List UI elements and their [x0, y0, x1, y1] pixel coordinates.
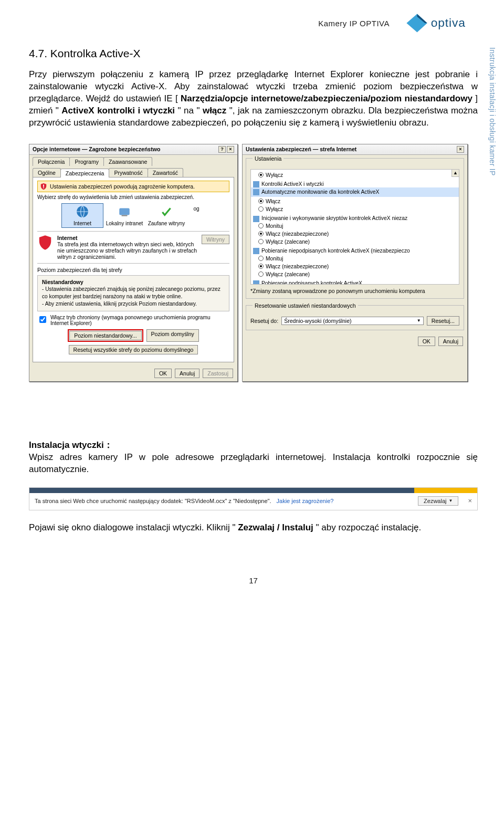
zone-label: Zaufane witryny — [147, 221, 186, 226]
txt-b2: ActiveX kontrolki i wtyczki — [61, 106, 175, 116]
checkbox-label: Włącz tryb chroniony (wymaga ponownego u… — [50, 315, 229, 326]
txt: " aby rozpocząć instalację. — [316, 522, 422, 532]
internet-options-dialog: Opcje internetowe — Zagrożone bezpieczeń… — [29, 144, 238, 382]
reset-fieldset: Resetowanie ustawień niestandardowych Re… — [246, 305, 464, 330]
highlight-red-box: Poziom niestandardowy... — [68, 329, 143, 342]
install-heading: Instalacja wtyczki： — [29, 440, 113, 450]
activex-options-list[interactable]: ▲ Wyłącz Kontrolki ActiveX i wtyczki Aut… — [250, 169, 459, 285]
txt: " na " — [178, 106, 200, 116]
txt-b: Zezwalaj / Instaluj — [238, 522, 313, 532]
reset-all-zones-button[interactable]: Resetuj wszystkie strefy do poziomu domy… — [69, 345, 198, 354]
dialog-title: Ustawienia zabezpieczeń — strefa Interne… — [246, 146, 356, 152]
svg-rect-4 — [43, 187, 44, 188]
txt: Pojawi się okno dialogowe instalacji wty… — [29, 522, 235, 532]
svg-text:optiva: optiva — [431, 16, 466, 29]
zone-heading: Internet — [57, 235, 78, 241]
tab-connections[interactable]: Połączenia — [33, 157, 70, 166]
zone-label: og — [189, 206, 204, 212]
scroll-up-icon[interactable]: ▲ — [452, 170, 459, 177]
brand-logo: optiva — [404, 11, 478, 36]
help-icon[interactable]: ? — [218, 146, 226, 153]
tabs-row-1: Połączenia Programy Zaawansowane — [29, 155, 237, 166]
allow-button[interactable]: Zezwalaj ▼ — [418, 496, 458, 506]
chevron-down-icon: ▼ — [417, 318, 421, 323]
optiva-logo-icon: optiva — [404, 11, 478, 36]
protected-mode-checkbox[interactable]: Włącz tryb chroniony (wymaga ponownego u… — [37, 315, 229, 326]
txt-b1: Narzędzia/opcje internetowe/zabezpieczen… — [181, 93, 472, 103]
reset-legend: Resetowanie ustawień niestandardowych — [253, 302, 358, 309]
zone-trusted[interactable]: Zaufane witryny — [145, 203, 187, 228]
close-icon[interactable]: × — [468, 497, 472, 505]
intro-paragraph: Przy pierwszym połączeniu z kamerą IP pr… — [29, 69, 478, 129]
apply-button[interactable]: Zastosuj — [203, 369, 233, 378]
ok-button[interactable]: OK — [154, 369, 172, 378]
zone-desc-text: Ta strefa jest dla internetowych witryn … — [57, 241, 197, 260]
custom-level-button[interactable]: Poziom niestandardowy... — [69, 331, 141, 340]
allow-label: Zezwalaj — [424, 498, 446, 504]
tab-privacy[interactable]: Prywatność — [109, 168, 148, 177]
tab-content[interactable]: Zawartość — [148, 168, 183, 177]
shield-warning-icon — [40, 183, 47, 190]
opt: Monituj — [266, 256, 283, 261]
trusted-icon — [160, 205, 173, 218]
tab-security[interactable]: Zabezpieczenia — [60, 169, 110, 177]
cancel-button[interactable]: Anuluj — [438, 337, 463, 346]
level-name: Niestandardowy — [42, 279, 83, 285]
tab-general[interactable]: Ogólne — [33, 168, 61, 177]
svg-rect-3 — [43, 184, 44, 186]
cancel-button[interactable]: Anuluj — [175, 369, 200, 378]
sites-button[interactable]: Witryny — [202, 235, 229, 244]
activex-icon — [253, 280, 259, 285]
notification-text: Ta strona sieci Web chce uruchomić nastę… — [35, 498, 271, 504]
zone-internet[interactable]: Internet — [61, 203, 103, 228]
side-manual-label: Instrukcja instalacji i obsługi kamer IP — [488, 47, 497, 176]
level-line: - Aby zmienić ustawienia, kliknij przyci… — [42, 301, 197, 307]
zone-label: Internet — [63, 221, 102, 226]
reset-level-select[interactable]: Średnio-wysoki (domyślnie) ▼ — [281, 317, 424, 325]
svg-rect-9 — [253, 189, 259, 195]
zones-list: Internet Lokalny intranet Zaufane witryn… — [37, 203, 229, 228]
close-icon[interactable]: × — [457, 146, 464, 153]
opt: Wyłącz — [266, 172, 283, 178]
svg-rect-11 — [253, 248, 259, 254]
chevron-down-icon: ▼ — [448, 498, 453, 503]
section-heading: 4.7. Kontrolka Active-X — [29, 47, 478, 60]
zone-pick-note: Wybierz strefę do wyświetlenia lub zmień… — [37, 194, 229, 200]
opt: Włącz (niezabezpieczone) — [266, 264, 329, 269]
activex-icon — [253, 216, 259, 222]
globe-icon — [76, 205, 89, 218]
shield-icon — [37, 235, 53, 250]
warning-banner: Ustawienia zabezpieczeń powodują zagroże… — [37, 181, 229, 192]
svg-rect-7 — [122, 215, 128, 216]
opt: Wyłącz (zalecane) — [266, 239, 310, 245]
svg-rect-10 — [253, 216, 259, 222]
default-level-button[interactable]: Poziom domyślny — [146, 329, 199, 342]
screenshots-row: Opcje internetowe — Zagrożone bezpieczeń… — [29, 144, 478, 382]
tab-advanced[interactable]: Zaawansowane — [103, 157, 153, 166]
reset-button[interactable]: Resetuj... — [427, 316, 459, 326]
tab-programs[interactable]: Programy — [69, 157, 104, 166]
activex-icon — [253, 181, 259, 187]
close-icon[interactable]: × — [227, 146, 234, 153]
header-title: Kamery IP OPTIVA — [318, 19, 390, 28]
after-bar-paragraph: Pojawi się okno dialogowe instalacji wty… — [29, 522, 478, 534]
security-level-box: Niestandardowy - Ustawienia zabezpieczeń… — [37, 275, 229, 311]
ie-addon-notification-bar: Ta strona sieci Web chce uruchomić nastę… — [29, 487, 478, 510]
zone-description-block: Internet Ta strefa jest dla internetowyc… — [37, 235, 229, 260]
svg-rect-8 — [253, 181, 259, 187]
dialog-titlebar: Ustawienia zabezpieczeń — strefa Interne… — [243, 144, 467, 155]
activex-icon — [253, 189, 259, 195]
risk-link[interactable]: Jakie jest zagrożenie? — [277, 498, 334, 504]
ok-button[interactable]: OK — [418, 337, 435, 346]
intranet-icon — [118, 205, 131, 218]
settings-legend: Ustawienia — [253, 155, 284, 162]
svg-rect-6 — [119, 208, 130, 215]
group-head: Pobieranie niepodpisanych kontrolek Acti… — [253, 247, 457, 255]
zone-intranet[interactable]: Lokalny intranet — [103, 203, 145, 228]
page-number: 17 — [29, 576, 478, 585]
select-value: Średnio-wysoki (domyślnie) — [284, 318, 351, 324]
opt: Włącz — [266, 198, 280, 204]
level-heading: Poziom zabezpieczeń dla tej strefy — [37, 267, 229, 273]
zone-restricted[interactable]: og — [187, 203, 205, 228]
checkbox-input[interactable] — [39, 316, 46, 323]
